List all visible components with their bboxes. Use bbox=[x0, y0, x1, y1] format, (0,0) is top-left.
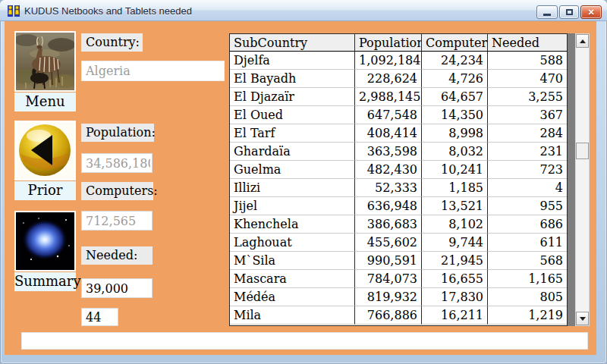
computers-cell: 8,998 bbox=[422, 124, 488, 143]
population-cell: 990,591 bbox=[355, 252, 422, 270]
summary-button[interactable]: Summary bbox=[14, 211, 76, 291]
needed-label: Needed: bbox=[81, 246, 153, 265]
table-row[interactable]: M`Sila 990,591 21,945 568 bbox=[230, 252, 567, 270]
summary-button-label: Summary bbox=[14, 272, 76, 291]
needed-cell: 805 bbox=[488, 288, 567, 306]
maximize-icon bbox=[566, 9, 573, 15]
scrollbar-thumb[interactable] bbox=[576, 143, 589, 159]
prior-button[interactable]: Prior bbox=[14, 121, 76, 200]
computers-cell: 8,032 bbox=[422, 143, 488, 161]
table-row[interactable]: El Djazaïr 2,988,145 64,657 3,255 bbox=[230, 88, 567, 106]
table-row[interactable]: Mascara 784,073 16,655 1,165 bbox=[230, 270, 567, 288]
table-row[interactable]: El Oued 647,548 14,350 367 bbox=[230, 106, 567, 124]
computers-label: Computers: bbox=[81, 182, 153, 200]
needed-field[interactable] bbox=[81, 278, 153, 298]
needed-cell: 367 bbox=[488, 106, 567, 124]
header-needed[interactable]: Needed bbox=[488, 34, 567, 52]
needed-cell: 686 bbox=[488, 215, 567, 234]
table-row[interactable]: Laghouat 455,602 9,744 611 bbox=[230, 234, 567, 252]
subcountry-cell: Khenchela bbox=[230, 215, 355, 234]
maximize-button[interactable] bbox=[559, 5, 579, 19]
table-row[interactable]: Guelma 482,430 10,241 723 bbox=[230, 161, 567, 179]
table-row[interactable]: Djelfa 1,092,184 24,234 588 bbox=[230, 52, 567, 70]
table-row[interactable]: Illizi 52,333 1,185 4 bbox=[230, 179, 567, 197]
population-cell: 363,598 bbox=[355, 143, 422, 161]
menu-button-label: Menu bbox=[14, 93, 76, 111]
country-field[interactable] bbox=[81, 61, 225, 81]
needed-cell: 588 bbox=[488, 52, 567, 70]
computers-cell: 14,350 bbox=[422, 106, 488, 124]
grid-dead-area bbox=[568, 33, 575, 326]
population-cell: 766,886 bbox=[355, 306, 422, 325]
table-row[interactable]: El Bayadh 228,624 4,726 470 bbox=[230, 70, 567, 88]
header-population[interactable]: Population bbox=[355, 34, 422, 52]
scroll-down-button[interactable] bbox=[576, 312, 589, 325]
title-bar[interactable]: KUDUS Netbooks and Tablets needed ✕ bbox=[0, 0, 607, 21]
window-title: KUDUS Netbooks and Tablets needed bbox=[24, 5, 192, 17]
population-cell: 819,932 bbox=[355, 288, 422, 306]
prior-ball-image bbox=[14, 121, 76, 180]
computers-field[interactable] bbox=[81, 211, 153, 231]
table-row[interactable]: Mila 766,886 16,211 1,219 bbox=[230, 306, 567, 325]
app-window: KUDUS Netbooks and Tablets needed ✕ bbox=[0, 0, 607, 364]
needed-cell: 470 bbox=[488, 70, 567, 88]
computers-cell: 8,102 bbox=[422, 215, 488, 234]
table-row[interactable]: Khenchela 386,683 8,102 686 bbox=[230, 215, 567, 234]
table-row[interactable]: Médéa 819,932 17,830 805 bbox=[230, 288, 567, 306]
minimize-button[interactable] bbox=[536, 5, 558, 19]
galaxy-image bbox=[14, 211, 76, 271]
close-button[interactable]: ✕ bbox=[580, 5, 602, 19]
subcountry-cell: M`Sila bbox=[230, 252, 355, 270]
population-cell: 784,073 bbox=[355, 270, 422, 288]
subcountry-cell: Médéa bbox=[230, 288, 355, 306]
subcountry-cell: El Tarf bbox=[230, 124, 355, 143]
needed-cell: 4 bbox=[488, 179, 567, 197]
computers-cell: 1,185 bbox=[422, 179, 488, 197]
header-computers[interactable]: Computers bbox=[422, 34, 488, 52]
subcountry-cell: Laghouat bbox=[230, 234, 355, 252]
needed-cell: 231 bbox=[488, 143, 567, 161]
population-cell: 482,430 bbox=[355, 161, 422, 179]
scroll-up-icon bbox=[580, 39, 586, 43]
form-client-area: Menu Prior bbox=[5, 21, 596, 355]
row-count-field[interactable] bbox=[81, 308, 118, 326]
table-row[interactable]: Ghardaïa 363,598 8,032 231 bbox=[230, 143, 567, 161]
subcountry-cell: Jijel bbox=[230, 197, 355, 215]
needed-cell: 284 bbox=[488, 124, 567, 143]
population-cell: 1,092,184 bbox=[355, 52, 422, 70]
menu-button[interactable]: Menu bbox=[14, 31, 76, 111]
population-cell: 228,624 bbox=[355, 70, 422, 88]
computers-cell: 13,521 bbox=[422, 197, 488, 215]
subcountry-cell: El Bayadh bbox=[230, 70, 355, 88]
population-cell: 455,602 bbox=[355, 234, 422, 252]
subcountry-cell: Djelfa bbox=[230, 52, 355, 70]
subcountry-cell: Ghardaïa bbox=[230, 143, 355, 161]
population-cell: 386,683 bbox=[355, 215, 422, 234]
population-cell: 636,948 bbox=[355, 197, 422, 215]
needed-cell: 611 bbox=[488, 234, 567, 252]
computers-cell: 9,744 bbox=[422, 234, 488, 252]
scroll-up-button[interactable] bbox=[576, 34, 589, 48]
close-icon: ✕ bbox=[587, 8, 594, 17]
kudu-image bbox=[14, 31, 76, 92]
header-subcountry[interactable]: SubCountry bbox=[230, 34, 355, 52]
subcountry-cell: Illizi bbox=[230, 179, 355, 197]
app-icon[interactable] bbox=[7, 4, 20, 17]
computers-cell: 21,945 bbox=[422, 252, 488, 270]
subcountry-cell: Mascara bbox=[230, 270, 355, 288]
population-cell: 52,333 bbox=[355, 179, 422, 197]
table-vertical-scrollbar[interactable] bbox=[575, 33, 590, 326]
table-row[interactable]: El Tarf 408,414 8,998 284 bbox=[230, 124, 567, 143]
table-row[interactable]: Jijel 636,948 13,521 955 bbox=[230, 197, 567, 215]
population-cell: 2,988,145 bbox=[355, 88, 422, 106]
subcountry-table[interactable]: SubCountry Population Computers Needed D… bbox=[229, 33, 568, 326]
population-field[interactable] bbox=[81, 153, 153, 173]
needed-cell: 568 bbox=[488, 252, 567, 270]
country-label: Country: bbox=[81, 33, 143, 52]
subcountry-cell: El Djazaïr bbox=[230, 88, 355, 106]
needed-cell: 1,219 bbox=[488, 306, 567, 325]
status-bar bbox=[21, 332, 588, 350]
computers-cell: 17,830 bbox=[422, 288, 488, 306]
scroll-down-icon bbox=[580, 317, 586, 321]
population-cell: 647,548 bbox=[355, 106, 422, 124]
